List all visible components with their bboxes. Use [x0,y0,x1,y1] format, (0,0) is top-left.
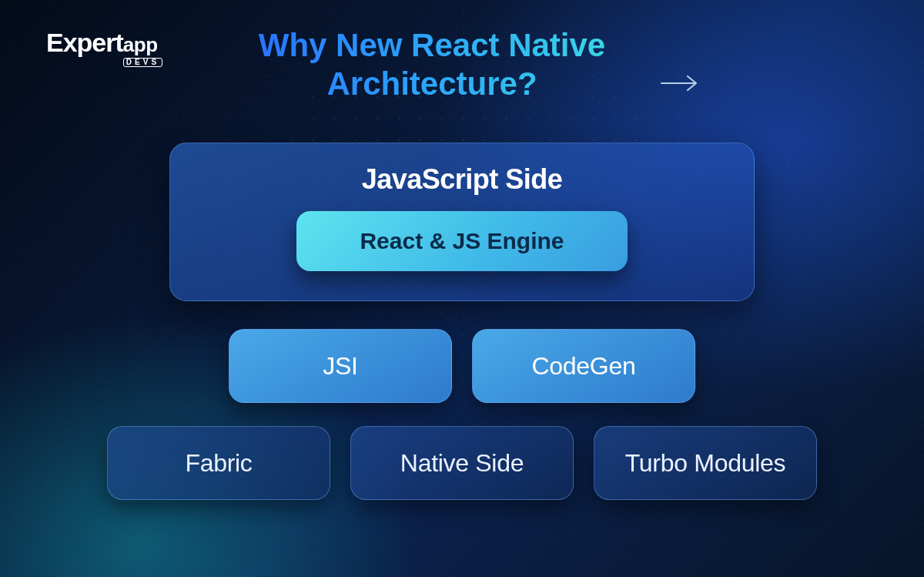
javascript-side-heading: JavaScript Side [201,163,723,196]
turbo-modules-tile: Turbo Modules [594,426,817,500]
diagram-row-2: JSI CodeGen [229,329,695,403]
title-row: Why New React Native Architecture? [0,26,924,102]
react-js-engine-pill: React & JS Engine [296,211,628,271]
native-side-tile: Native Side [350,426,574,500]
fabric-tile: Fabric [107,426,330,500]
codegen-tile: CodeGen [472,329,695,403]
diagram-row-3: Fabric Native Side Turbo Modules [107,426,817,500]
page-title: Why New React Native Architecture? [224,26,640,102]
jsi-tile: JSI [229,329,452,403]
arrow-right-icon [660,74,700,92]
javascript-side-card: JavaScript Side React & JS Engine [169,143,755,301]
architecture-diagram: JavaScript Side React & JS Engine JSI Co… [0,143,924,500]
